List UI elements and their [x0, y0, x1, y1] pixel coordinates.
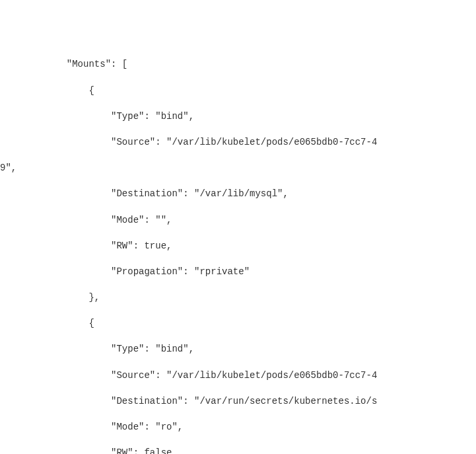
code-line: { [0, 317, 476, 330]
code-line: "RW": true, [0, 240, 476, 253]
code-line: }, [0, 291, 476, 305]
code-line: "Source": "/var/lib/kubelet/pods/e065bdb… [0, 369, 476, 383]
code-line: "Source": "/var/lib/kubelet/pods/e065bdb… [0, 136, 476, 149]
code-line: "Mode": "ro", [0, 421, 476, 434]
code-line: "Type": "bind", [0, 110, 476, 124]
code-line: "Type": "bind", [0, 343, 476, 356]
code-line: 9", [0, 162, 476, 175]
code-line: "Propagation": "rprivate" [0, 266, 476, 279]
code-line: { [0, 85, 476, 98]
code-line: "Mode": "", [0, 214, 476, 227]
code-line: "Mounts": [ [0, 58, 476, 71]
code-line: "Destination": "/var/run/secrets/kuberne… [0, 395, 476, 408]
code-line: "Destination": "/var/lib/mysql", [0, 188, 476, 201]
code-line: "RW": false, [0, 447, 476, 454]
